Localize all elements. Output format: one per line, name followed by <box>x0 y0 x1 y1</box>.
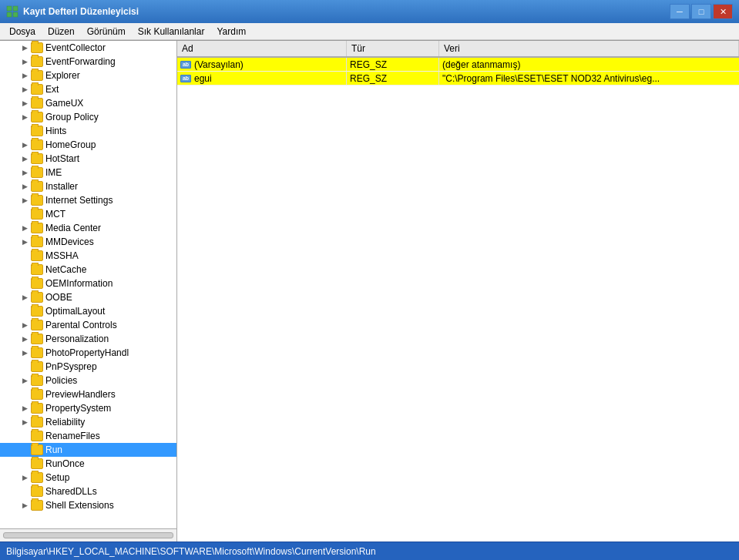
tree-item[interactable]: ▶Parental Controls <box>0 318 176 332</box>
tree-item-label: Shell Extensions <box>45 500 114 511</box>
folder-icon <box>31 458 43 469</box>
menu-dosya[interactable]: Dosya <box>3 25 42 39</box>
tree-item[interactable]: ▶EventForwarding <box>0 55 176 69</box>
folder-icon <box>31 98 43 109</box>
tree-item[interactable]: ▶OOBE <box>0 290 176 304</box>
tree-item[interactable]: Run <box>0 443 176 457</box>
tree-expander-icon[interactable]: ▶ <box>18 291 31 303</box>
table-row[interactable]: ab(Varsayılan)REG_SZ(değer atanmamış) <box>177 58 739 72</box>
tree-item[interactable]: MSSHA <box>0 249 176 263</box>
tree-item[interactable]: OEMInformation <box>0 277 176 290</box>
folder-icon <box>31 56 43 67</box>
tree-item[interactable]: ▶MMDevices <box>0 235 176 249</box>
folder-icon <box>31 195 43 206</box>
tree-item[interactable]: ▶Ext <box>0 82 176 96</box>
tree-item[interactable]: PreviewHandlers <box>0 387 176 401</box>
tree-item[interactable]: ▶Setup <box>0 471 176 485</box>
tree-item[interactable]: NetCache <box>0 263 176 277</box>
tree-expander-icon[interactable]: ▶ <box>18 402 31 414</box>
minimize-button[interactable]: ─ <box>670 4 690 19</box>
menu-duzen[interactable]: Düzen <box>42 25 81 39</box>
tree-expander-icon[interactable]: ▶ <box>18 471 31 484</box>
folder-icon <box>31 431 43 441</box>
folder-icon <box>31 486 43 497</box>
tree-expander-icon[interactable]: ▶ <box>18 333 31 345</box>
tree-expander-icon <box>18 263 31 276</box>
cell-tur: REG_SZ <box>347 58 439 71</box>
tree-item[interactable]: ▶Installer <box>0 179 176 193</box>
col-header-veri[interactable]: Veri <box>439 41 739 56</box>
tree-item[interactable]: ▶EventCollector <box>0 41 176 55</box>
tree-item[interactable]: Hints <box>0 124 176 138</box>
tree-expander-icon[interactable]: ▶ <box>18 236 31 248</box>
tree-item[interactable]: ▶Group Policy <box>0 110 176 124</box>
tree-expander-icon[interactable]: ▶ <box>18 97 31 109</box>
folder-icon <box>31 292 43 303</box>
tree-item[interactable]: ▶IME <box>0 166 176 179</box>
folder-icon <box>31 347 43 358</box>
col-header-tur[interactable]: Tür <box>347 41 439 56</box>
maximize-button[interactable]: □ <box>691 4 711 19</box>
tree-item-label: IME <box>45 167 62 178</box>
tree-item[interactable]: ▶Policies <box>0 374 176 387</box>
table-row[interactable]: abeguiREG_SZ"C:\Program Files\ESET\ESET … <box>177 72 739 86</box>
cell-veri: (değer atanmamış) <box>439 58 739 71</box>
tree-expander-icon[interactable]: ▶ <box>18 499 31 511</box>
tree-expander-icon[interactable]: ▶ <box>18 374 31 387</box>
tree-item[interactable]: SharedDLLs <box>0 485 176 498</box>
svg-rect-0 <box>7 6 12 11</box>
tree-hscroll[interactable] <box>0 528 176 542</box>
folder-icon <box>31 278 43 289</box>
svg-rect-3 <box>13 12 18 17</box>
tree-item[interactable]: ▶Internet Settings <box>0 193 176 207</box>
tree-expander-icon[interactable]: ▶ <box>18 111 31 123</box>
tree-item[interactable]: ▶Shell Extensions <box>0 498 176 512</box>
tree-expander-icon <box>18 277 31 290</box>
tree-item[interactable]: OptimalLayout <box>0 304 176 318</box>
tree-item[interactable]: ▶HotStart <box>0 152 176 166</box>
tree-item[interactable]: PnPSysprep <box>0 360 176 374</box>
tree-item-label: Explorer <box>45 70 80 81</box>
folder-icon <box>31 320 43 330</box>
tree-item[interactable]: ▶Explorer <box>0 69 176 82</box>
tree-item[interactable]: ▶HomeGroup <box>0 138 176 152</box>
tree-expander-icon[interactable]: ▶ <box>18 153 31 165</box>
tree-item[interactable]: ▶Personalization <box>0 332 176 346</box>
col-header-ad[interactable]: Ad <box>177 41 347 56</box>
tree-item[interactable]: ▶PhotoPropertyHandl <box>0 346 176 360</box>
folder-icon <box>31 223 43 233</box>
svg-rect-1 <box>13 6 18 11</box>
tree-expander-icon[interactable]: ▶ <box>18 42 31 54</box>
tree-expander-icon[interactable]: ▶ <box>18 180 31 193</box>
tree-item[interactable]: ▶GameUX <box>0 96 176 110</box>
menu-gorunum[interactable]: Görünüm <box>81 25 132 39</box>
tree-item-label: Policies <box>45 375 77 386</box>
menu-yardim[interactable]: Yardım <box>210 25 252 39</box>
close-button[interactable]: ✕ <box>713 4 733 19</box>
tree-item[interactable]: ▶PropertySystem <box>0 401 176 415</box>
right-panel: Ad Tür Veri ab(Varsayılan)REG_SZ(değer a… <box>177 41 739 542</box>
tree-scroll[interactable]: ▶EventCollector▶EventForwarding▶Explorer… <box>0 41 176 528</box>
menu-sik-kullanilanlar[interactable]: Sık Kullanılanlar <box>132 25 211 39</box>
tree-item[interactable]: RenameFiles <box>0 429 176 443</box>
tree-item[interactable]: MCT <box>0 207 176 221</box>
tree-expander-icon[interactable]: ▶ <box>18 416 31 428</box>
folder-icon <box>31 500 43 511</box>
tree-expander-icon[interactable]: ▶ <box>18 55 31 68</box>
tree-expander-icon <box>18 305 31 317</box>
tree-expander-icon[interactable]: ▶ <box>18 83 31 96</box>
tree-expander-icon[interactable]: ▶ <box>18 319 31 331</box>
tree-item[interactable]: ▶Reliability <box>0 415 176 429</box>
folder-icon <box>31 361 43 372</box>
svg-rect-2 <box>7 12 12 17</box>
tree-expander-icon[interactable]: ▶ <box>18 194 31 206</box>
tree-expander-icon[interactable]: ▶ <box>18 347 31 359</box>
tree-expander-icon[interactable]: ▶ <box>18 139 31 151</box>
tree-expander-icon <box>18 250 31 262</box>
tree-expander-icon <box>18 125 31 137</box>
tree-expander-icon[interactable]: ▶ <box>18 222 31 234</box>
tree-expander-icon[interactable]: ▶ <box>18 166 31 179</box>
tree-item[interactable]: ▶Media Center <box>0 221 176 235</box>
tree-expander-icon[interactable]: ▶ <box>18 69 31 82</box>
tree-item[interactable]: RunOnce <box>0 457 176 471</box>
